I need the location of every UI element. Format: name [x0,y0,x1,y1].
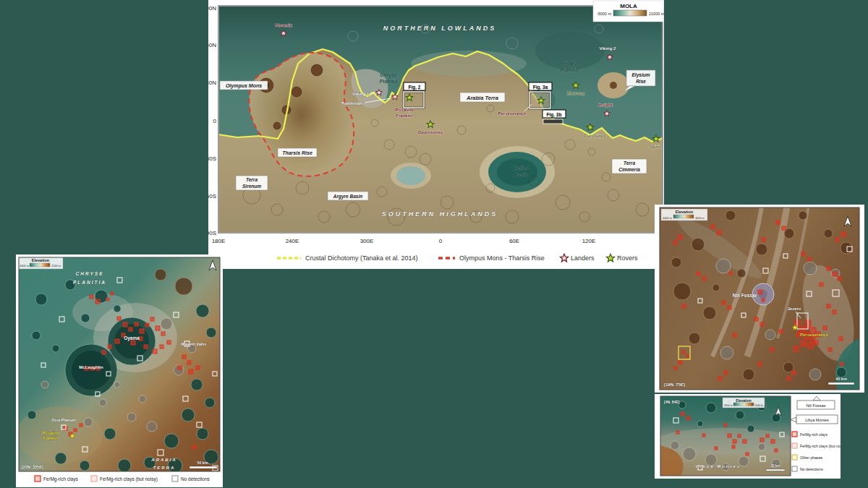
label-opportunity: Opportunity [418,130,443,134]
inset-right-top-elevation-legend: Elevation -4000 m 3000 m [661,209,707,221]
label-southern-highlands: SOUTHERN HIGHLANDS [382,210,498,218]
lon-tick: 60E [509,238,519,244]
svg-text:Arabia Terra: Arabia Terra [466,95,498,101]
right-legend-clays: Fe/Mg-rich clays [800,432,827,437]
inset-left-legend-clays: Fe/Mg-rich clays [43,476,78,482]
global-map-svg: NORTHERN LOWLANDS SOUTHERN HIGHLANDS Chr… [208,0,664,269]
lon-tick: 300E [360,238,374,244]
label-utopia-1: Utopia [561,61,577,67]
label-inset-arabia-1: ARABIA [150,458,176,462]
inset-right-bottom-elev-title: Elevation [736,399,751,403]
inset-right-bottom-panel: [4N, 84E] Libya Montes 30 km Elevation -… [655,394,841,479]
label-rosalind-1: Rosalind [395,108,414,112]
right-legend-none: No detections [800,467,823,471]
svg-text:Terra: Terra [624,160,635,166]
inset-right-top-elev-min: -4000 m [662,217,672,220]
inset-right-bottom-elevation-legend: Elevation -3000 m 2000 m [723,398,765,408]
lat-tick: 90S [208,230,216,236]
lon-tick: 0 [439,238,443,244]
label-chryse-2: Planitia [380,79,398,84]
label-northern-lowlands: NORTHERN LOWLANDS [383,25,496,32]
lat-tick: 60S [208,193,216,200]
global-map-terrain [218,6,663,233]
inset-left-elev-max: -1500 m [51,265,61,267]
svg-text:Terra: Terra [246,177,258,182]
inset-right-top-svg: Nili Fossae Jezero Perseverance [19N, 75… [655,205,864,393]
label-terra-cimmeria: Terra Cimmeria [612,159,647,174]
inset-right-top-elev-max: 3000 m [695,217,705,220]
mola-colorbar: MOLA -5000 m 21000 m [593,1,664,22]
right-legend-other: Other phases [800,455,823,460]
label-mclaughlin: McLaughlin [79,365,103,369]
inset-left-legend-none: No detections [181,476,210,481]
label-hellas-1: Hellas [514,166,529,171]
legend-landers: Landers [571,254,595,262]
label-inset-rosalind-2: Franklin [43,436,59,440]
inset-right-bottom-coords: [4N, 84E] [664,400,680,404]
inset-right-top-panel: Nili Fossae Jezero Perseverance [19N, 75… [655,205,864,393]
svg-text:Fig. 3a: Fig. 3a [533,85,548,90]
inset-right-top-elev-title: Elevation [676,210,694,214]
svg-text:Argyre Basin: Argyre Basin [333,194,362,200]
mola-min: -5000 m [597,12,612,16]
lat-tick: 60N [208,42,216,48]
map-legend: Crustal Dichotomy (Tanaka et al. 2014) O… [277,254,638,262]
label-insight: Insight [598,103,613,107]
lat-tick: 30S [208,155,216,162]
label-inset-rosalind-1: Rosalind [42,431,59,435]
inset-right-bottom-scalebar [766,469,785,471]
label-inset-chryse-2: PLANITIA [73,280,106,285]
label-hellas-2: Basin [514,172,527,177]
inset-left-legend-noisy: Fe/Mg-rich clays (but noisy) [100,476,158,482]
label-rosalind-2: Franklin [396,114,413,118]
label-arabia-terra: Arabia Terra [460,93,505,102]
landers-star-icon [561,254,569,262]
label-curiosity: Curiosity [584,134,603,138]
legend-tharsis: Olympus Mons - Tharsis Rise [459,254,545,262]
label-jezero: Jezero [787,307,801,311]
inset-left-scalebar [190,466,217,468]
inset-left-elev-title: Elevation [32,258,50,262]
inset-left-elev-min: -4000 m [19,265,29,267]
label-pathfinder: Pathfinder [341,101,363,106]
inset-left-elevation-legend: Elevation -4000 m -1500 m [18,257,63,269]
lon-tick: 240E [286,238,299,244]
label-perseverance: Perseverance [498,111,527,116]
rovers-star-icon [607,254,615,262]
inset-left-svg: CHRYSE PLANITIA Oyama McLaughlin Mawrth … [16,254,223,487]
inset-right-top-scale-label: 40 km [835,377,847,381]
right-legend-noisy: Fe/Mg-rich clays (but noisy) [800,444,841,448]
lat-tick: 30N [208,80,216,86]
inset-right-legend: Fe/Mg-rich clays Fe/Mg-rich clays (but n… [792,432,841,471]
label-viking1: Viking 1 [352,92,370,96]
global-map-panel: NORTHERN LOWLANDS SOUTHERN HIGHLANDS Chr… [208,0,664,269]
label-nili-fossae: Nili Fossae [733,293,758,298]
label-chryse-1: Chryse [380,72,397,78]
label-tharsis-rise: Tharsis Rise [278,148,317,157]
label-olympus-mons: Olympus Mons [220,81,268,90]
lat-tick: 0 [213,118,217,124]
label-terra-sirenum: Terra Sirenum [236,176,268,190]
fig3a-label: Fig. 3a [529,82,552,90]
label-inset-arabia-2: TERRA [153,466,176,470]
inset-left-coords: [22N, 335E] [22,465,43,469]
inset-right-bottom-scale-label: 30 km [771,464,780,468]
latitude-axis: 90N 60N 30N 0 30S 60S 90S [208,5,217,236]
longitude-axis: 180E 240E 300E 0 60E 120E [212,238,596,244]
inset-left-scale-label: 50 km [197,461,208,465]
svg-text:Fig. 2: Fig. 2 [409,85,421,90]
label-inset-perseverance: Perseverance [800,333,829,337]
inset-right-bottom-elev-min: -3000 m [723,404,733,407]
inset-right-top-coords: [19N, 75E] [664,382,685,387]
label-phoenix: Phoenix [275,23,292,27]
svg-text:Cimmeria: Cimmeria [618,167,640,172]
label-spirit: Spirit [649,145,660,149]
svg-text:Rise: Rise [636,79,646,84]
inset-right-bottom-elev-max: 2000 m [754,404,763,407]
mola-max: 21000 m [649,12,664,16]
label-zhurong: Zhurong [567,91,585,95]
lat-tick: 90N [208,5,216,12]
svg-text:Elysium: Elysium [632,72,650,78]
label-mawrth-vallis: Mawrth Vallis [182,342,207,346]
label-inset-chryse-1: CHRYSE [76,271,104,276]
